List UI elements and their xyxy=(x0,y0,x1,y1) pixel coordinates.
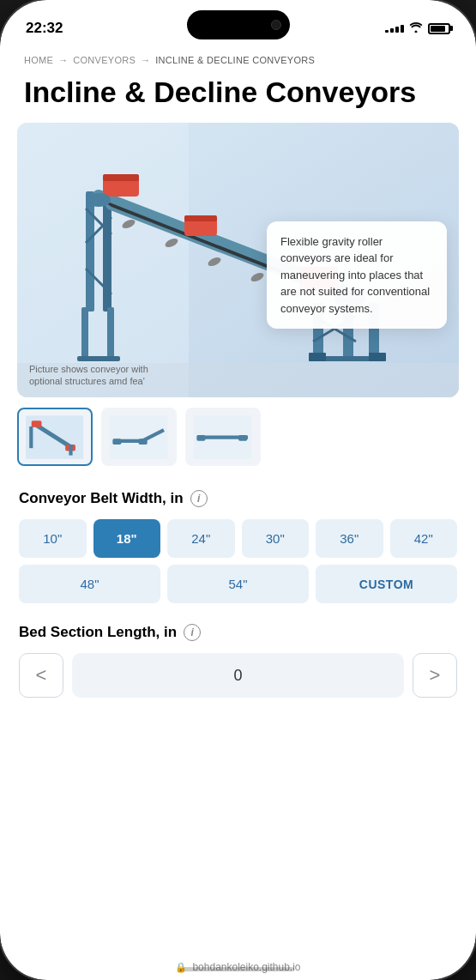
thumbnail-2-image xyxy=(110,415,167,459)
option-54[interactable]: 54" xyxy=(167,565,309,603)
svg-rect-49 xyxy=(238,435,247,441)
svg-rect-37 xyxy=(32,420,42,427)
dynamic-island xyxy=(187,10,290,39)
bed-length-input[interactable] xyxy=(72,653,404,698)
svg-point-33 xyxy=(87,193,111,207)
bed-section: Bed Section Length, in i < > xyxy=(0,610,476,711)
breadcrumb-arrow-1: → xyxy=(58,55,68,65)
belt-width-info-icon[interactable]: i xyxy=(190,490,208,507)
belt-width-title: Conveyor Belt Width, in xyxy=(19,490,184,507)
thumbnail-3[interactable] xyxy=(185,408,261,466)
svg-rect-17 xyxy=(309,353,326,361)
status-time: 22:32 xyxy=(26,20,63,37)
svg-rect-30 xyxy=(184,215,217,221)
thumbnail-strip xyxy=(0,397,476,476)
svg-rect-39 xyxy=(30,426,33,447)
breadcrumb-conveyors[interactable]: CONVEYORS xyxy=(73,55,136,65)
breadcrumb-home[interactable]: HOME xyxy=(24,55,53,65)
battery-icon xyxy=(428,23,450,34)
thumbnail-1[interactable] xyxy=(17,408,93,466)
svg-rect-40 xyxy=(69,444,73,455)
home-indicator xyxy=(183,967,294,971)
svg-rect-8 xyxy=(81,307,88,359)
thumbnail-1-image xyxy=(26,415,83,459)
belt-width-options-row2: 48" 54" CUSTOM xyxy=(19,565,457,603)
svg-rect-28 xyxy=(103,174,139,181)
svg-rect-18 xyxy=(369,353,386,361)
signal-icon xyxy=(385,25,404,33)
phone-screen: 22:32 xyxy=(0,0,476,980)
breadcrumb-arrow-2: → xyxy=(141,55,150,65)
bed-length-info-icon[interactable]: i xyxy=(184,624,201,641)
option-custom[interactable]: CUSTOM xyxy=(316,565,457,603)
breadcrumb: HOME → CONVEYORS → INCLINE & DECLINE CON… xyxy=(0,45,476,72)
decrement-button[interactable]: < xyxy=(19,653,63,698)
belt-width-options-row1: 10" 18" 24" 30" 36" 42" xyxy=(19,519,457,558)
svg-rect-44 xyxy=(113,439,122,445)
svg-rect-45 xyxy=(139,439,148,445)
thumbnail-3-image xyxy=(194,415,251,459)
product-image-container: Picture shows conveyor with optional str… xyxy=(17,123,459,397)
thumbnail-2[interactable] xyxy=(101,408,177,466)
svg-rect-48 xyxy=(197,435,206,441)
tooltip-text: Flexible gravity roller conveyors are id… xyxy=(280,235,430,315)
belt-width-section: Conveyor Belt Width, in i 10" 18" 24" 30… xyxy=(0,476,476,610)
bed-length-title: Bed Section Length, in xyxy=(19,624,177,641)
bed-length-header: Bed Section Length, in i xyxy=(19,624,457,641)
svg-rect-41 xyxy=(110,415,167,458)
option-30[interactable]: 30" xyxy=(242,519,310,558)
svg-rect-9 xyxy=(107,307,114,359)
option-24[interactable]: 24" xyxy=(167,519,235,558)
option-48[interactable]: 48" xyxy=(19,565,160,603)
belt-width-header: Conveyor Belt Width, in i xyxy=(19,490,457,507)
option-36[interactable]: 36" xyxy=(316,519,383,558)
option-18[interactable]: 18" xyxy=(93,519,161,558)
page-content[interactable]: HOME → CONVEYORS → INCLINE & DECLINE CON… xyxy=(0,45,476,954)
increment-button[interactable]: > xyxy=(413,653,457,698)
status-bar: 22:32 xyxy=(0,0,476,45)
breadcrumb-current: INCLINE & DECLINE CONVEYORS xyxy=(155,55,315,65)
bed-length-stepper: < > xyxy=(19,653,457,698)
option-42[interactable]: 42" xyxy=(390,519,458,558)
page-title: Incline & Decline Conveyors xyxy=(0,72,476,123)
svg-rect-10 xyxy=(77,356,120,361)
option-10[interactable]: 10" xyxy=(19,519,87,558)
wifi-icon xyxy=(409,21,423,35)
tooltip-box: Flexible gravity roller conveyors are id… xyxy=(267,221,447,330)
image-caption: Picture shows conveyor with optional str… xyxy=(29,363,184,388)
camera-dot xyxy=(271,20,281,30)
status-icons xyxy=(385,21,450,35)
phone-shell: 22:32 xyxy=(0,0,476,980)
